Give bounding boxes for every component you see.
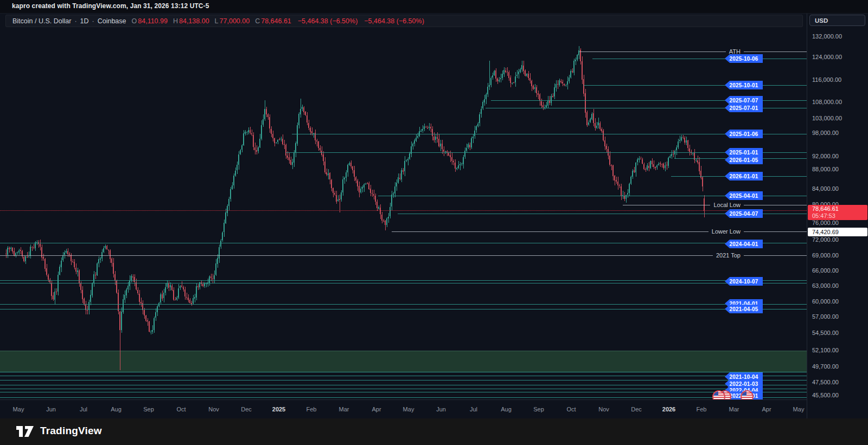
candle-body (577, 55, 578, 60)
candle-body (204, 283, 205, 286)
candle-body (12, 248, 13, 251)
candle-body (385, 221, 386, 225)
candle-body (48, 275, 49, 280)
horizontal-level-line[interactable] (592, 59, 807, 59)
candle-body (33, 247, 34, 248)
candle-body (245, 132, 246, 134)
tradingview-wordmark[interactable]: TradingView (40, 425, 102, 437)
candle-body (489, 85, 490, 87)
us-flag-event-icon[interactable] (712, 390, 725, 399)
time-tick-month: Nov (208, 406, 219, 412)
candle-body (564, 84, 565, 85)
horizontal-level-line[interactable] (0, 280, 807, 281)
horizontal-level-line[interactable] (0, 255, 807, 256)
candle-body (531, 81, 532, 86)
candle-body (66, 251, 67, 252)
candle-body (324, 162, 326, 172)
date-flag-label[interactable]: 2025-10-01 (725, 81, 763, 89)
date-flag-label[interactable]: 2026-01-05 (725, 156, 763, 164)
horizontal-level-line[interactable] (0, 376, 807, 376)
time-tick-month: Mar (339, 406, 349, 412)
horizontal-level-line[interactable] (584, 85, 807, 86)
candle-body (232, 185, 233, 189)
candle-body (585, 93, 586, 113)
candle-body (700, 171, 701, 178)
date-flag-label[interactable]: 2025-04-07 (725, 209, 763, 218)
candle-body (490, 78, 492, 85)
candle-body (53, 295, 54, 299)
horizontal-level-line[interactable] (0, 304, 807, 305)
candle-body (370, 189, 371, 193)
last-price-line[interactable] (0, 210, 807, 211)
candle-body (267, 114, 269, 117)
candle-body (87, 310, 88, 311)
price-axis[interactable]: USD 132,000.00124,000.00116,000.00108,00… (807, 13, 868, 418)
candle-body (341, 192, 342, 200)
time-axis[interactable]: MayJunJulAugSepOctNovDec2025FebMarAprMay… (0, 399, 807, 419)
candle-body (171, 286, 173, 291)
candle-body (64, 253, 65, 255)
candle-body (661, 164, 662, 165)
horizontal-level-line[interactable] (579, 51, 807, 52)
candle-body (673, 154, 674, 154)
candle-body (621, 186, 622, 196)
interval-label[interactable]: 1D (80, 17, 89, 25)
horizontal-level-line[interactable] (0, 243, 807, 243)
lower-low-price-value: 74,420.69 (812, 229, 839, 235)
candle-body (552, 96, 553, 97)
horizontal-level-line[interactable] (0, 372, 807, 372)
date-flag-label[interactable]: 2024-10-07 (725, 277, 763, 286)
candle-body (184, 289, 186, 296)
date-flag-label[interactable]: 2025-10-06 (725, 54, 763, 63)
date-flag-label[interactable]: 2025-07-01 (725, 104, 763, 112)
candle-body (481, 109, 482, 114)
candle-body (124, 295, 125, 299)
candle-body (433, 137, 435, 140)
horizontal-level-line[interactable] (0, 380, 807, 380)
candle-body (432, 129, 433, 137)
candle-body (145, 315, 146, 321)
horizontal-level-line[interactable] (0, 392, 807, 392)
candle-body (355, 177, 356, 180)
horizontal-level-line[interactable] (0, 309, 807, 309)
date-flag-label[interactable]: 2025-01-06 (725, 130, 763, 138)
us-flag-event-icon[interactable] (741, 390, 754, 399)
candlestick-chart[interactable] (0, 13, 807, 399)
candle-body (650, 161, 651, 168)
date-flag-label[interactable]: 2025-07-07 (725, 96, 763, 105)
date-flag-label[interactable]: 2026-01-01 (725, 172, 763, 180)
price-tick-label: 60,000.00 (812, 298, 839, 305)
date-flag-label[interactable]: 2024-04-01 (725, 240, 763, 248)
candle-body (396, 183, 397, 186)
chart-pane[interactable]: ATHLocal LowLower Low2021 Top 2025-10-06… (0, 13, 807, 399)
high-label: H (173, 17, 178, 25)
candle-body (95, 275, 96, 276)
horizontal-level-line[interactable] (0, 283, 807, 283)
horizontal-level-line[interactable] (0, 397, 807, 398)
horizontal-level-line[interactable] (0, 385, 807, 385)
date-flag-label[interactable]: 2021-04-05 (725, 305, 763, 313)
currency-button[interactable]: USD (809, 15, 865, 26)
candle-body (554, 87, 555, 96)
candle-body (105, 246, 106, 248)
candle-body (647, 165, 648, 170)
candle-body (233, 176, 234, 185)
candle-body (388, 217, 389, 218)
date-flag-label[interactable]: 2025-04-01 (725, 191, 763, 200)
candle-body (18, 250, 20, 253)
symbol-legend[interactable]: Bitcoin / U.S. Dollar · 1D · Coinbase O … (5, 15, 803, 27)
candle-body (450, 155, 451, 157)
last-price-badge: 78,646.61 05:47:53 (808, 205, 867, 220)
level-name-label: ATH (726, 48, 744, 55)
horizontal-level-line[interactable] (392, 231, 807, 232)
tradingview-logo-icon[interactable] (16, 424, 35, 438)
candle-body (80, 283, 81, 291)
candle-body (435, 137, 436, 140)
candle-body (616, 180, 617, 182)
tradingview-app: kapro created with TradingView.com, Jan … (0, 0, 868, 445)
candle-body (362, 187, 363, 189)
candle-body (279, 139, 280, 140)
date-flag-label[interactable]: 2025-01-01 (725, 148, 763, 157)
symbol-title[interactable]: Bitcoin / U.S. Dollar (12, 17, 71, 25)
horizontal-level-line[interactable] (0, 389, 807, 389)
